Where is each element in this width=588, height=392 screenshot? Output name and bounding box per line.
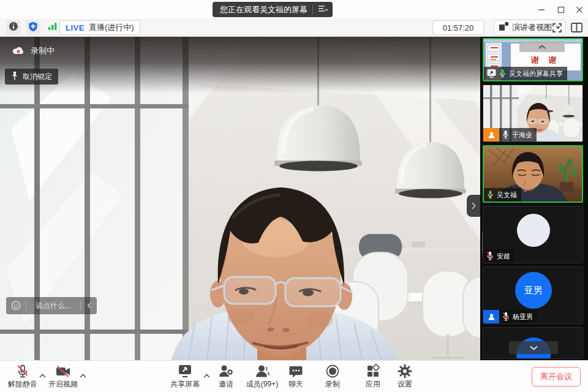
- share-screen-icon: [177, 364, 193, 379]
- mic-muted-icon: [486, 251, 494, 262]
- sidebar-collapse-handle[interactable]: [467, 195, 480, 217]
- record-label: 录制: [325, 379, 340, 390]
- watching-banner: 您正在观看吴文福的屏幕: [213, 2, 333, 17]
- side-panel-toggle-button[interactable]: [568, 20, 584, 35]
- avatar: [517, 214, 550, 247]
- scroll-up-button[interactable]: [519, 41, 565, 52]
- tile-label: 吴文福: [484, 188, 521, 202]
- chat-input[interactable]: 说点什么...: [26, 301, 80, 311]
- meeting-timer: 01:57:20: [432, 20, 484, 35]
- avatar: 亚男: [515, 272, 552, 309]
- mic-icon: [502, 130, 509, 140]
- fullscreen-button[interactable]: [549, 20, 565, 35]
- main-speaker-video: 录制中 取消锁定: [0, 37, 480, 360]
- gear-icon: [398, 364, 412, 379]
- mic-muted-icon: [502, 312, 510, 322]
- slide-text: 谢 谢: [531, 55, 560, 66]
- chevron-left-icon: [87, 303, 91, 309]
- mic-active-icon: [487, 190, 494, 200]
- screen-list-icon[interactable]: [318, 4, 328, 15]
- split-view-icon: [571, 23, 582, 32]
- chevron-up-icon: [538, 45, 546, 49]
- live-status-text: 直播(进行中): [89, 22, 134, 33]
- chevron-right-icon: [472, 202, 476, 209]
- tile-participant-partial[interactable]: [483, 327, 583, 359]
- tile-participant-audio[interactable]: 安超: [483, 206, 583, 263]
- participant-name: 安超: [497, 252, 510, 261]
- leave-meeting-button[interactable]: 离开会议: [532, 367, 581, 386]
- meeting-window: 您正在观看吴文福的屏幕: [0, 0, 588, 392]
- record-button[interactable]: 录制: [318, 364, 347, 390]
- chevron-down-icon: [530, 345, 538, 350]
- apps-button[interactable]: 应用: [359, 364, 387, 390]
- close-button[interactable]: [571, 4, 588, 16]
- signal-bars-icon: [48, 22, 58, 33]
- participants-sidebar: 谢 谢: [480, 37, 588, 360]
- tile-label: 杨亚男: [483, 310, 537, 323]
- video-top-gradient: [0, 37, 480, 93]
- members-icon: [255, 364, 270, 379]
- members-label: 成员(99+): [246, 379, 278, 390]
- chat-bubble-icon: [288, 364, 303, 379]
- apps-grid-icon: [366, 364, 380, 379]
- start-video-button[interactable]: 开启视频: [45, 364, 81, 390]
- fullscreen-icon: [552, 23, 562, 33]
- share-screen-button[interactable]: 共享屏幕: [167, 364, 203, 390]
- settings-button[interactable]: 设置: [391, 364, 419, 390]
- invite-button[interactable]: 邀请: [212, 364, 240, 390]
- ppt-mini-slide: [488, 45, 500, 51]
- chevron-up-icon: [39, 374, 46, 378]
- camera-options-button[interactable]: [78, 372, 87, 379]
- unmute-button[interactable]: 解除静音: [5, 364, 40, 390]
- network-quality-button[interactable]: [45, 20, 60, 35]
- unpin-label: 取消锁定: [23, 72, 52, 82]
- tile-participant-video[interactable]: 于海业: [483, 85, 583, 142]
- participant-name: 吴文福的屏幕共享: [509, 69, 563, 78]
- meeting-info-button[interactable]: [6, 20, 21, 35]
- view-mode-label: 演讲者视图: [512, 22, 552, 33]
- invite-person-icon: [218, 364, 234, 379]
- live-badge: LIVE: [66, 23, 85, 32]
- scroll-down-button[interactable]: [509, 341, 558, 354]
- tile-active-speaker[interactable]: 吴文福: [483, 145, 583, 203]
- participant-name: 杨亚男: [513, 312, 533, 322]
- settings-label: 设置: [398, 379, 412, 390]
- participant-name: 于海业: [512, 130, 532, 140]
- chat-button[interactable]: 聊天: [282, 364, 310, 390]
- share-screen-label: 共享屏幕: [170, 379, 200, 390]
- invite-label: 邀请: [219, 379, 233, 390]
- minimize-button[interactable]: [533, 4, 550, 16]
- tile-label: 安超: [483, 249, 514, 263]
- share-options-button[interactable]: [202, 372, 211, 379]
- bottom-toolbar: 解除静音 开启视频 共享屏幕: [0, 360, 588, 392]
- tile-participant-audio[interactable]: 亚男: [483, 266, 583, 324]
- record-icon: [325, 364, 340, 379]
- info-icon: [9, 21, 18, 34]
- participant-name: 吴文福: [497, 190, 517, 200]
- emoji-button[interactable]: [6, 301, 26, 311]
- mic-muted-icon: [15, 364, 30, 379]
- start-video-label: 开启视频: [48, 379, 78, 390]
- quick-chat-bar: 说点什么...: [6, 297, 97, 314]
- recording-label: 录制中: [31, 45, 55, 56]
- security-button[interactable]: [26, 20, 40, 35]
- watching-title: 您正在观看吴文福的屏幕: [220, 4, 307, 15]
- camera-muted-icon: [55, 364, 71, 379]
- maximize-button[interactable]: [552, 4, 570, 16]
- member-badge-icon: [483, 310, 499, 323]
- titlebar-divider: [312, 5, 313, 14]
- pin-icon: [11, 71, 18, 83]
- share-badge-icon: [487, 69, 496, 79]
- cloud-record-icon: [12, 46, 24, 56]
- chat-collapse-button[interactable]: [81, 303, 97, 309]
- tile-label: 于海业: [483, 128, 537, 141]
- shield-icon: [28, 21, 38, 34]
- mic-active-icon: [499, 69, 506, 79]
- tile-label: 吴文福的屏幕共享: [484, 67, 567, 80]
- unpin-button[interactable]: 取消锁定: [5, 69, 58, 85]
- live-status[interactable]: LIVE 直播(进行中): [59, 20, 140, 35]
- apps-label: 应用: [366, 379, 380, 390]
- members-button[interactable]: 成员(99+): [243, 364, 282, 390]
- tile-screen-share[interactable]: 谢 谢: [483, 38, 583, 81]
- smiley-icon: [11, 301, 21, 311]
